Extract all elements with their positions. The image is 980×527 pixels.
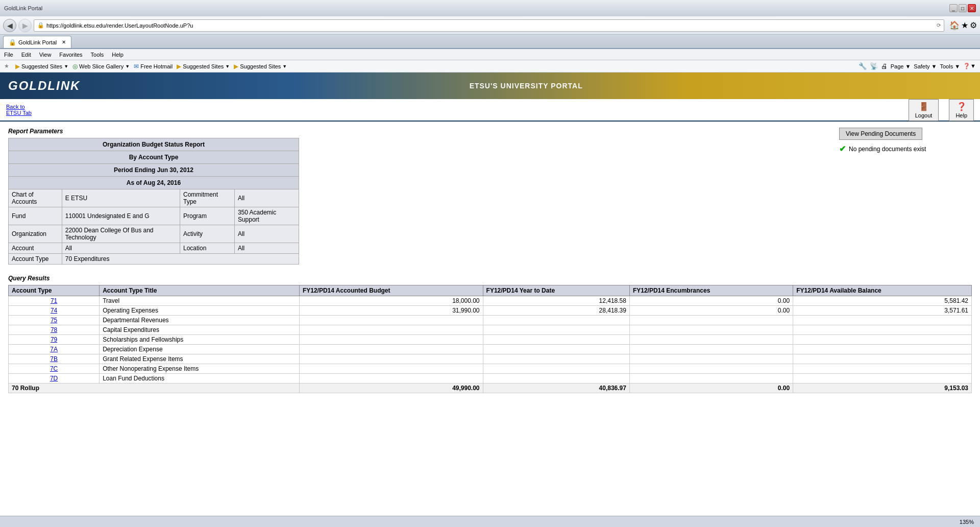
side-panel: View Pending Documents ✔ No pending docu…: [839, 128, 972, 154]
menu-file[interactable]: File: [4, 52, 13, 58]
maximize-button[interactable]: □: [959, 4, 967, 12]
query-results-title: Query Results: [8, 275, 972, 282]
fav-label-3: Free Hotmail: [140, 63, 173, 69]
col-account-type: Account Type: [9, 285, 100, 296]
fav-suggested-sites-1[interactable]: ▶ Suggested Sites ▼: [15, 63, 68, 70]
table-row: 7BGrant Related Expense Items: [9, 354, 972, 364]
menu-help[interactable]: Help: [112, 52, 124, 58]
report-as-of: As of Aug 24, 2016: [9, 177, 299, 189]
minimize-button[interactable]: _: [949, 4, 958, 12]
account-title-cell: Operating Expenses: [100, 306, 300, 316]
available-balance-cell: 3,571.61: [793, 306, 972, 316]
ytd-cell: 12,418.58: [483, 296, 629, 306]
nav-bar: ◀ ▶ 🔒 ⟳ 🏠 ★ ⚙: [0, 16, 980, 35]
logout-button[interactable]: 🚪 Logout: [909, 99, 939, 121]
fav-web-slice[interactable]: ◎ Web Slice Gallery ▼: [72, 63, 130, 70]
help-button[interactable]: ❓ Help: [949, 99, 974, 121]
account-type-cell[interactable]: 7D: [9, 374, 100, 384]
param-value2-1: 350 Academic Support: [234, 207, 299, 225]
tools-dropdown[interactable]: Tools ▼: [940, 63, 960, 69]
tools-icon-2[interactable]: 🔧: [859, 62, 867, 70]
param-row-4: Account Type 70 Expenditures: [9, 254, 299, 265]
param-row-0: Chart of Accounts E ETSU Commitment Type…: [9, 189, 299, 207]
back-to-etsu-link[interactable]: Back to ETSU Tab: [6, 104, 32, 116]
encumbrances-cell: [629, 354, 793, 364]
account-type-cell[interactable]: 79: [9, 335, 100, 345]
active-tab[interactable]: 🔒 GoldLink Portal ✕: [3, 36, 71, 48]
view-pending-documents-button[interactable]: View Pending Documents: [839, 128, 922, 140]
account-type-cell[interactable]: 7C: [9, 364, 100, 374]
account-type-cell[interactable]: 75: [9, 316, 100, 325]
account-title-cell: Scholarships and Fellowships: [100, 335, 300, 345]
report-main-title: Organization Budget Status Report: [9, 138, 299, 151]
account-type-cell[interactable]: 7B: [9, 354, 100, 364]
budget-cell: 31,990.00: [299, 306, 483, 316]
rollup-row: 70 Rollup49,990.0040,836.970.009,153.03: [9, 384, 972, 393]
account-title-cell: Loan Fund Deductions: [100, 374, 300, 384]
page-dropdown[interactable]: Page ▼: [891, 63, 911, 69]
title-bar: GoldLink Portal _ □ ✕: [0, 0, 980, 16]
fav-label-1: Suggested Sites: [21, 63, 62, 69]
fav-icon-5: ▶: [234, 63, 238, 70]
fav-dropdown-2[interactable]: ▼: [125, 64, 130, 69]
account-type-cell[interactable]: 7A: [9, 345, 100, 354]
nav-right-icons: 🏠 ★ ⚙: [949, 20, 977, 30]
param-label-1: Fund: [9, 207, 62, 225]
close-button[interactable]: ✕: [968, 4, 976, 12]
ytd-cell: [483, 325, 629, 335]
tab-close-icon[interactable]: ✕: [62, 39, 66, 45]
safety-dropdown[interactable]: Safety ▼: [914, 63, 937, 69]
fav-hotmail[interactable]: ✉ Free Hotmail: [134, 63, 173, 70]
forward-button: ▶: [18, 19, 32, 32]
query-results-section: Query Results Account Type Account Type …: [8, 275, 972, 393]
fav-dropdown-4[interactable]: ▼: [225, 64, 230, 69]
ytd-cell: [483, 345, 629, 354]
home-icon[interactable]: 🏠: [949, 20, 960, 30]
fav-suggested-sites-2[interactable]: ▶ Suggested Sites ▼: [177, 63, 230, 70]
param-value2-3: All: [234, 243, 299, 254]
budget-cell: [299, 364, 483, 374]
encumbrances-cell: [629, 335, 793, 345]
account-type-cell[interactable]: 78: [9, 325, 100, 335]
portal-logo: GOLDLINK: [8, 79, 80, 93]
report-subtitle: By Account Type: [9, 151, 299, 164]
fav-suggested-sites-3[interactable]: ▶ Suggested Sites ▼: [234, 63, 287, 70]
back-button[interactable]: ◀: [3, 19, 16, 32]
rollup-avail: 9,153.03: [793, 384, 972, 393]
account-type-cell[interactable]: 74: [9, 306, 100, 316]
fav-dropdown-1[interactable]: ▼: [64, 64, 68, 69]
url-input[interactable]: [46, 22, 935, 29]
ytd-cell: [483, 316, 629, 325]
col-encumbrances: FY12/PD14 Encumbrances: [629, 285, 793, 296]
tools-icon[interactable]: ⚙: [970, 20, 977, 30]
account-title-cell: Other Nonoperating Expense Items: [100, 364, 300, 374]
print-icon[interactable]: 🖨: [881, 62, 888, 70]
rss-icon[interactable]: 📡: [870, 62, 878, 70]
menu-favorites[interactable]: Favorites: [59, 52, 82, 58]
encumbrances-cell: [629, 316, 793, 325]
address-bar[interactable]: 🔒 ⟳: [34, 19, 944, 32]
help-dropdown[interactable]: ❓▼: [963, 63, 976, 69]
table-row: 79Scholarships and Fellowships: [9, 335, 972, 345]
account-title-cell: Capital Expenditures: [100, 325, 300, 335]
col-account-type-title: Account Type Title: [100, 285, 300, 296]
available-balance-cell: [793, 325, 972, 335]
table-row: 7COther Nonoperating Expense Items: [9, 364, 972, 374]
encumbrances-cell: [629, 364, 793, 374]
available-balance-cell: [793, 364, 972, 374]
account-type-cell[interactable]: 71: [9, 296, 100, 306]
menu-tools[interactable]: Tools: [91, 52, 104, 58]
param-row-2: Organization 22000 Dean College Of Bus a…: [9, 225, 299, 243]
menu-view[interactable]: View: [39, 52, 52, 58]
fav-icon-4: ▶: [177, 63, 181, 70]
favorites-icon[interactable]: ★: [961, 20, 968, 30]
param-value-2: 22000 Dean College Of Bus and Technology: [62, 225, 180, 243]
table-row: 74Operating Expenses31,990.0028,418.390.…: [9, 306, 972, 316]
budget-cell: [299, 316, 483, 325]
menu-edit[interactable]: Edit: [21, 52, 31, 58]
refresh-icon[interactable]: ⟳: [937, 22, 941, 28]
main-content: Report Parameters Organization Budget St…: [0, 122, 980, 399]
param-row-3: Account All Location All: [9, 243, 299, 254]
fav-dropdown-5[interactable]: ▼: [282, 64, 287, 69]
ytd-cell: [483, 354, 629, 364]
